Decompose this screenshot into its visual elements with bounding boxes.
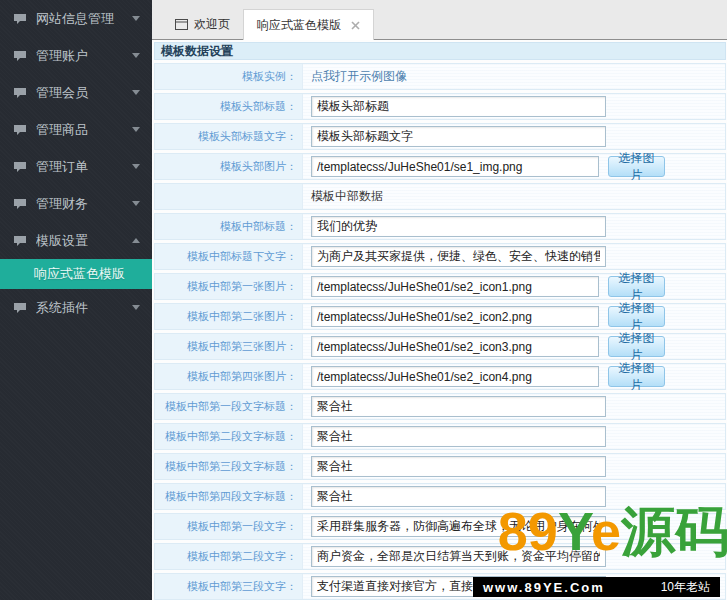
watermark-tagline: 10年老站	[661, 579, 710, 596]
chevron-down-icon	[132, 201, 140, 206]
row-label: 模板中部第一张图片：	[155, 274, 303, 299]
form-row-middle-image-2: 模板中部第二张图片： 选择图片	[154, 303, 726, 330]
chevron-down-icon	[132, 53, 140, 58]
form-row-para-title-4: 模板中部第四段文字标题：	[154, 483, 726, 510]
close-icon[interactable]	[351, 21, 360, 30]
sidebar-item-label: 模版设置	[36, 232, 132, 250]
sidebar-subitem-label: 响应式蓝色模版	[34, 265, 125, 283]
form-row-middle-image-1: 模板中部第一张图片： 选择图片	[154, 273, 726, 300]
tab-label: 响应式蓝色模版	[257, 17, 341, 34]
form-row-para-title-2: 模板中部第二段文字标题：	[154, 423, 726, 450]
row-label: 模板中部标题下文字：	[155, 244, 303, 269]
section-divider-label: 模板中部数据	[311, 188, 383, 205]
sidebar-item-label: 网站信息管理	[36, 10, 132, 28]
form-row-middle-image-4: 模板中部第四张图片： 选择图片	[154, 363, 726, 390]
tab-label: 欢迎页	[194, 16, 230, 33]
row-label: 模板中部第三段文字：	[155, 574, 303, 599]
chevron-down-icon	[132, 305, 140, 310]
watermark-url: www.89YE.Com	[483, 580, 605, 595]
main-area: 欢迎页 响应式蓝色模版 模板数据设置 模板实例： 点我打开示例图像	[152, 0, 727, 600]
admin-app: 网站信息管理 管理账户 管理会员 管理商品 管理订单 管理财务	[0, 0, 727, 600]
bubble-icon	[13, 50, 27, 62]
chevron-up-icon	[132, 238, 140, 243]
form-content: 模板数据设置 模板实例： 点我打开示例图像 模板头部标题： 模板头部标题文字：	[152, 40, 727, 600]
form-row-middle-image-3: 模板中部第三张图片： 选择图片	[154, 333, 726, 360]
sidebar-item-label: 管理财务	[36, 195, 132, 213]
section-title: 模板数据设置	[161, 43, 233, 60]
middle-image-1-path-input[interactable]	[311, 276, 599, 297]
chevron-down-icon	[132, 16, 140, 21]
form-row-header-image: 模板头部图片： 选择图片	[154, 153, 726, 180]
sidebar-item-label: 管理订单	[36, 158, 132, 176]
row-label: 模板中部第二张图片：	[155, 304, 303, 329]
choose-image-button[interactable]: 选择图片	[608, 156, 665, 177]
form-row-para-title-3: 模板中部第三段文字标题：	[154, 453, 726, 480]
middle-image-4-path-input[interactable]	[311, 366, 599, 387]
choose-image-button[interactable]: 选择图片	[608, 366, 665, 387]
tab-blue-template[interactable]: 响应式蓝色模版	[243, 9, 374, 40]
example-image-link[interactable]: 点我打开示例图像	[311, 68, 407, 85]
sidebar: 网站信息管理 管理账户 管理会员 管理商品 管理订单 管理财务	[0, 0, 152, 600]
header-image-path-input[interactable]	[311, 156, 599, 177]
middle-title-input[interactable]	[311, 216, 606, 237]
form-row-para-text-1: 模板中部第一段文字：	[154, 513, 726, 540]
bubble-icon	[13, 302, 27, 314]
sidebar-item-orders[interactable]: 管理订单	[0, 148, 152, 185]
tab-welcome[interactable]: 欢迎页	[162, 10, 243, 39]
row-label: 模板中部第一段文字：	[155, 514, 303, 539]
row-label: 模板中部第二段文字：	[155, 544, 303, 569]
para-text-2-input[interactable]	[311, 546, 606, 567]
middle-subtitle-input[interactable]	[311, 246, 606, 267]
form-row-header-title-text: 模板头部标题文字：	[154, 123, 726, 150]
para-title-2-input[interactable]	[311, 426, 606, 447]
form-row-middle-data-divider: 模板中部数据	[154, 183, 726, 210]
row-label: 模板中部标题：	[155, 214, 303, 239]
bubble-icon	[13, 124, 27, 136]
row-label: 模板中部第二段文字标题：	[155, 424, 303, 449]
row-label: 模板实例：	[155, 64, 303, 89]
row-label: 模板头部标题文字：	[155, 124, 303, 149]
row-label: 模板中部第四张图片：	[155, 364, 303, 389]
sidebar-subitem-blue-template-active[interactable]: 响应式蓝色模版	[0, 259, 152, 289]
choose-image-button[interactable]: 选择图片	[608, 306, 665, 327]
para-title-4-input[interactable]	[311, 486, 606, 507]
choose-image-button[interactable]: 选择图片	[608, 336, 665, 357]
sidebar-item-accounts[interactable]: 管理账户	[0, 37, 152, 74]
bubble-icon	[13, 161, 27, 173]
bubble-icon	[13, 87, 27, 99]
sidebar-item-template-settings[interactable]: 模版设置	[0, 222, 152, 259]
form-row-middle-title: 模板中部标题：	[154, 213, 726, 240]
sidebar-item-plugins[interactable]: 系统插件	[0, 289, 152, 326]
middle-image-2-path-input[interactable]	[311, 306, 599, 327]
middle-image-3-path-input[interactable]	[311, 336, 599, 357]
form-row-para-title-1: 模板中部第一段文字标题：	[154, 393, 726, 420]
para-title-1-input[interactable]	[311, 396, 606, 417]
row-label: 模板中部第一段文字标题：	[155, 394, 303, 419]
para-title-3-input[interactable]	[311, 456, 606, 477]
bubble-icon	[13, 198, 27, 210]
sidebar-item-site-info[interactable]: 网站信息管理	[0, 0, 152, 37]
bubble-icon	[13, 235, 27, 247]
form-row-example: 模板实例： 点我打开示例图像	[154, 63, 726, 90]
sidebar-item-label: 管理会员	[36, 84, 132, 102]
form-row-header-title: 模板头部标题：	[154, 93, 726, 120]
choose-image-button[interactable]: 选择图片	[608, 276, 665, 297]
sidebar-item-label: 系统插件	[36, 299, 132, 317]
row-label: 模板头部标题：	[155, 94, 303, 119]
header-title-text-input[interactable]	[311, 126, 606, 147]
sidebar-item-products[interactable]: 管理商品	[0, 111, 152, 148]
form-row-para-text-2: 模板中部第二段文字：	[154, 543, 726, 570]
sidebar-item-label: 管理商品	[36, 121, 132, 139]
chevron-down-icon	[132, 127, 140, 132]
form-row-middle-subtitle: 模板中部标题下文字：	[154, 243, 726, 270]
sidebar-item-label: 管理账户	[36, 47, 132, 65]
para-text-1-input[interactable]	[311, 516, 606, 537]
sidebar-item-members[interactable]: 管理会员	[0, 74, 152, 111]
row-label: 模板中部第四段文字标题：	[155, 484, 303, 509]
row-label	[155, 184, 303, 209]
section-header: 模板数据设置	[154, 42, 726, 60]
chevron-down-icon	[132, 90, 140, 95]
tab-bar: 欢迎页 响应式蓝色模版	[152, 0, 727, 40]
sidebar-item-finance[interactable]: 管理财务	[0, 185, 152, 222]
header-title-input[interactable]	[311, 96, 606, 117]
